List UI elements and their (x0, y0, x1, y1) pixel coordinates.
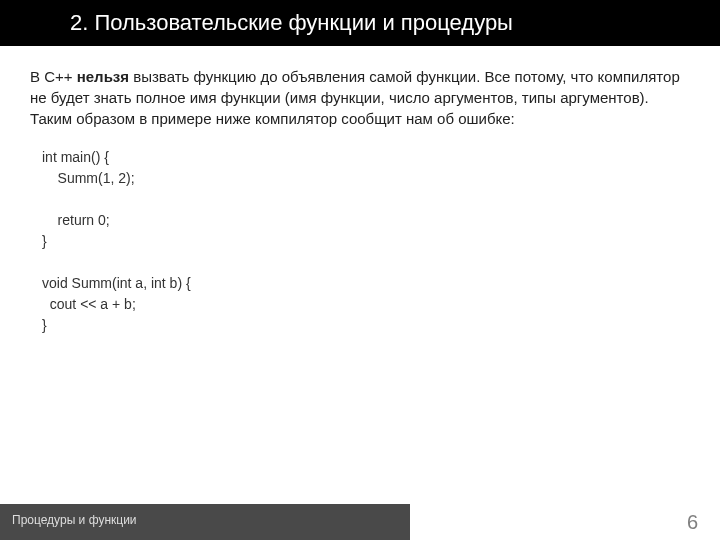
code-line (42, 252, 690, 273)
code-line: Summ(1, 2); (42, 168, 690, 189)
code-block: int main() { Summ(1, 2); return 0; } voi… (30, 147, 690, 336)
slide-title-bar: 2. Пользовательские функции и процедуры (0, 0, 720, 46)
code-line: void Summ(int a, int b) { (42, 273, 690, 294)
footer: Процедуры и функции 6 (0, 504, 720, 540)
slide-title: 2. Пользовательские функции и процедуры (70, 10, 513, 35)
slide-content: В C++ нельзя вызвать функцию до объявлен… (0, 46, 720, 336)
code-line: int main() { (42, 147, 690, 168)
code-line (42, 189, 690, 210)
page-number: 6 (687, 511, 698, 534)
para-prefix: В C++ (30, 68, 77, 85)
code-line: cout << a + b; (42, 294, 690, 315)
description-paragraph: В C++ нельзя вызвать функцию до объявлен… (30, 66, 690, 129)
code-line: } (42, 231, 690, 252)
code-line: return 0; (42, 210, 690, 231)
footer-label: Процедуры и функции (12, 513, 137, 527)
code-line: } (42, 315, 690, 336)
footer-label-box: Процедуры и функции (0, 504, 410, 540)
para-bold: нельзя (77, 68, 129, 85)
